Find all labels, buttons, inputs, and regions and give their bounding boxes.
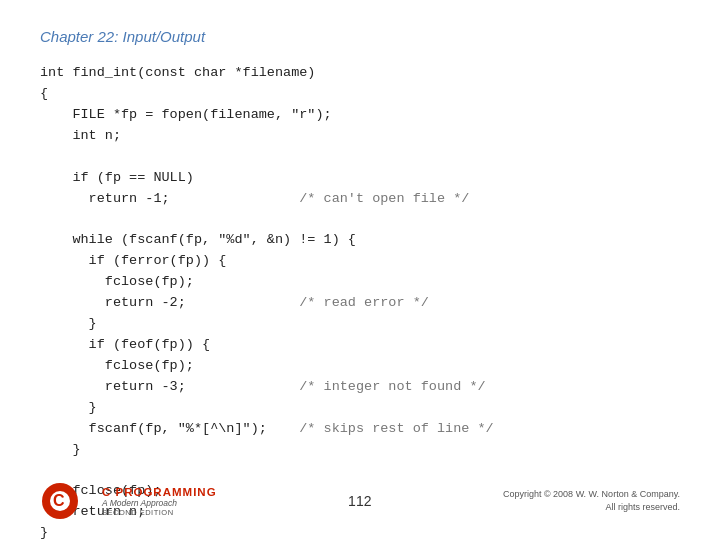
code-line-13: }	[40, 316, 97, 331]
logo-edition-text: SECOND EDITION	[102, 508, 217, 517]
code-line-20	[40, 463, 48, 478]
code-line-7: return -1; /* can't open file */	[40, 191, 469, 206]
logo-area: C C PROGRAMMING A Modern Approach SECOND…	[40, 480, 217, 522]
code-line-14: if (feof(fp)) {	[40, 337, 210, 352]
code-line-6: if (fp == NULL)	[40, 170, 194, 185]
code-line-23: }	[40, 525, 48, 540]
code-line-18: fscanf(fp, "%*[^\n]"); /* skips rest of …	[40, 421, 494, 436]
code-line-12: return -2; /* read error */	[40, 295, 429, 310]
copyright-line2: All rights reserved.	[605, 502, 680, 512]
code-line-17: }	[40, 400, 97, 415]
code-line-1: int find_int(const char *filename)	[40, 65, 315, 80]
code-line-9: while (fscanf(fp, "%d", &n) != 1) {	[40, 232, 356, 247]
copyright-line1: Copyright © 2008 W. W. Norton & Company.	[503, 489, 680, 499]
copyright-text: Copyright © 2008 W. W. Norton & Company.…	[503, 488, 680, 515]
code-line-16: return -3; /* integer not found */	[40, 379, 486, 394]
slide: Chapter 22: Input/Output int find_int(co…	[0, 0, 720, 540]
code-line-19: }	[40, 442, 81, 457]
code-line-15: fclose(fp);	[40, 358, 194, 373]
chapter-title: Chapter 22: Input/Output	[40, 28, 680, 45]
page-number: 112	[348, 493, 371, 509]
code-line-4: int n;	[40, 128, 121, 143]
code-line-10: if (ferror(fp)) {	[40, 253, 226, 268]
code-block: int find_int(const char *filename) { FIL…	[40, 63, 680, 540]
logo-main-text: C PROGRAMMING	[102, 486, 217, 498]
logo-sub-text: A Modern Approach	[102, 498, 217, 508]
code-line-2: {	[40, 86, 48, 101]
footer: C C PROGRAMMING A Modern Approach SECOND…	[0, 480, 720, 522]
c-logo-icon: C	[40, 480, 92, 522]
code-line-3: FILE *fp = fopen(filename, "r");	[40, 107, 332, 122]
code-line-8	[40, 211, 48, 226]
code-line-5	[40, 149, 48, 164]
logo-text: C PROGRAMMING A Modern Approach SECOND E…	[102, 486, 217, 517]
code-line-11: fclose(fp);	[40, 274, 194, 289]
svg-text:C: C	[53, 492, 65, 509]
